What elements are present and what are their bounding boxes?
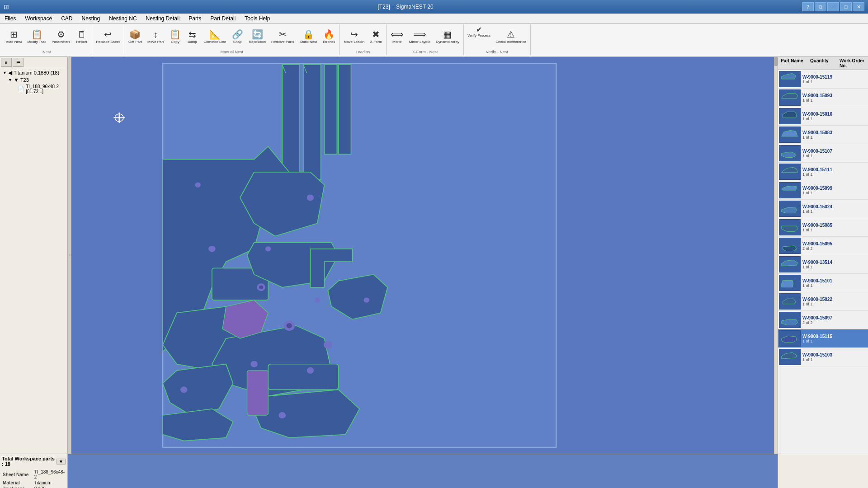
- part-list-item[interactable]: W-9000-150221 of 1: [778, 292, 868, 311]
- bottom-canvas[interactable]: [68, 454, 778, 488]
- part-list-item[interactable]: W-9000-151011 of 1: [778, 274, 868, 292]
- replace-sheet-btn[interactable]: ↩Replace Sheet: [94, 25, 122, 49]
- mirror-layout-btn[interactable]: ⟹Mirror Layout: [407, 25, 433, 49]
- auto-nest-btn[interactable]: ⊞Auto Nest: [4, 25, 24, 49]
- reposition-btn[interactable]: 🔄Reposition: [246, 25, 268, 49]
- maximize-btn[interactable]: □: [840, 2, 852, 11]
- menu-item-nesting-detail[interactable]: Nesting Detail: [142, 14, 184, 23]
- part-list-item[interactable]: W-9000-151191 of 1: [778, 70, 868, 89]
- property-row: Sheet NameTI_188_96x48-2: [3, 469, 65, 479]
- menu-item-workspace[interactable]: Workspace: [20, 14, 57, 23]
- menu-item-files[interactable]: Files: [0, 14, 20, 23]
- tree-item-icon: 📄: [18, 86, 24, 92]
- menu-item-cad[interactable]: CAD: [57, 14, 77, 23]
- toolbar-group-x-form---nest: ⟺Mirror⟹Mirror Layout▦Dynamic ArrayX-For…: [387, 24, 464, 55]
- left-divider[interactable]: ⋮: [68, 57, 71, 454]
- bottom-right-panel: [778, 454, 868, 488]
- menu-item-parts[interactable]: Parts: [184, 14, 206, 23]
- part-list-item[interactable]: W-9000-151151 of 1: [778, 329, 868, 348]
- parts-list[interactable]: W-9000-151191 of 1W-9000-150931 of 1W-90…: [778, 70, 868, 454]
- titlebar: ⊞ [T23] – SigmaNEST 20 ? ⧉ ─ □ ✕: [0, 0, 868, 14]
- help-btn[interactable]: ?: [802, 2, 814, 11]
- canvas-scrollbar-v[interactable]: [774, 57, 778, 454]
- panel-toggle-btn-2[interactable]: ☰: [13, 58, 24, 67]
- part-list-item[interactable]: W-9000-150931 of 1: [778, 89, 868, 107]
- remove-parts-btn[interactable]: ✂Remove Parts: [269, 25, 297, 49]
- tree-area[interactable]: ▼◀Titanium 0.1880 (18)▼▼T23📄TI_188_96x48…: [0, 68, 67, 454]
- part-list-item[interactable]: W-9000-150991 of 1: [778, 181, 868, 200]
- expand-workspace-btn[interactable]: ▼: [57, 459, 66, 465]
- part-quantity: 1 of 1: [802, 265, 867, 269]
- part-list-item[interactable]: W-9000-150972 of 2: [778, 311, 868, 329]
- restore-small-btn[interactable]: ⧉: [815, 2, 826, 11]
- part-list-item[interactable]: W-9000-151111 of 1: [778, 163, 868, 181]
- tree-item[interactable]: ▼◀Titanium 0.1880 (18): [1, 69, 66, 76]
- x-form-icon: ✖: [372, 30, 380, 39]
- part-name: W-9000-15103: [802, 352, 867, 357]
- close-btn[interactable]: ✕: [853, 2, 864, 11]
- svg-point-21: [259, 286, 263, 289]
- move-part-icon: ↕: [153, 30, 158, 39]
- part-list-item[interactable]: W-9000-150952 of 2: [778, 237, 868, 255]
- report-btn[interactable]: 🗒Report: [74, 25, 90, 49]
- move-part-btn[interactable]: ↕Move Part: [145, 25, 166, 49]
- dynamic-array-btn[interactable]: ▦Dynamic Array: [434, 25, 462, 49]
- titlebar-title: [T23] – SigmaNEST 20: [9, 4, 802, 10]
- menu-item-nesting-nc[interactable]: Nesting NC: [104, 14, 141, 23]
- part-quantity: 1 of 1: [802, 228, 867, 232]
- part-quantity: 2 of 2: [802, 246, 867, 251]
- parameters-btn[interactable]: ⚙Parameters: [49, 25, 72, 49]
- left-panel: ≡ ☰ ▼◀Titanium 0.1880 (18)▼▼T23📄TI_188_9…: [0, 57, 68, 454]
- check-interference-btn[interactable]: ⚠Check Interference: [493, 25, 528, 49]
- properties-table: Sheet NameTI_188_96x48-2MaterialTitanium…: [2, 469, 66, 488]
- verify-process-btn[interactable]: ✔Verify Process: [466, 25, 492, 39]
- part-list-item[interactable]: W-9000-151031 of 1: [778, 348, 868, 366]
- part-list-item[interactable]: W-9000-150161 of 1: [778, 107, 868, 126]
- dynamic-array-icon: ▦: [443, 30, 452, 39]
- tree-item[interactable]: 📄TI_188_96x48-2 [81.72...]: [1, 84, 66, 94]
- part-list-item[interactable]: W-9000-150851 of 1: [778, 218, 868, 237]
- snap-btn[interactable]: 🔗Snap: [229, 25, 245, 49]
- remove-parts-icon: ✂: [279, 30, 287, 39]
- move-leadin-btn[interactable]: ↪Move Leadin: [341, 25, 367, 49]
- mirror-layout-icon: ⟹: [413, 30, 426, 39]
- canvas-area[interactable]: [71, 57, 774, 454]
- part-name: W-9000-15101: [802, 278, 867, 283]
- menu-item-tools-help[interactable]: Tools Help: [240, 14, 274, 23]
- part-name: W-9000-15093: [802, 93, 867, 98]
- part-quantity: 1 of 1: [802, 302, 867, 306]
- modify-task-btn[interactable]: 📋Modify Task: [25, 25, 48, 49]
- part-quantity: 1 of 1: [802, 117, 867, 121]
- common-line-btn[interactable]: 📐Common Line: [201, 25, 228, 49]
- part-list-item[interactable]: W-9000-150241 of 1: [778, 200, 868, 218]
- property-row: Thickness0.188: [3, 486, 65, 488]
- menu-item-part-detail[interactable]: Part Detail: [206, 14, 240, 23]
- part-list-item[interactable]: W-9000-150831 of 1: [778, 126, 868, 144]
- left-panel-toolbar: ≡ ☰: [0, 57, 67, 68]
- torches-btn[interactable]: 🔥Torches: [320, 25, 337, 49]
- bump-label: Bump: [188, 40, 197, 44]
- property-key: Material: [3, 480, 33, 485]
- part-list-item[interactable]: W-9000-151071 of 1: [778, 144, 868, 163]
- copy-btn[interactable]: 📋Copy: [167, 25, 183, 49]
- minimize-btn[interactable]: ─: [827, 2, 839, 11]
- panel-toggle-btn-1[interactable]: ≡: [1, 58, 12, 67]
- part-thumbnail: [779, 89, 801, 106]
- x-form-btn[interactable]: ✖X-Form: [368, 25, 384, 49]
- reposition-icon: 🔄: [252, 30, 263, 39]
- report-icon: 🗒: [77, 30, 86, 39]
- move-leadin-icon: ↪: [350, 30, 358, 39]
- get-part-btn[interactable]: 📦Get Part: [126, 25, 144, 49]
- mirror-layout-label: Mirror Layout: [409, 40, 430, 44]
- part-thumbnail: [779, 145, 801, 161]
- tree-item[interactable]: ▼▼T23: [1, 76, 66, 84]
- mirror-btn[interactable]: ⟺Mirror: [388, 25, 406, 49]
- x-form-label: X-Form: [370, 40, 382, 44]
- static-nest-label: Static Nest: [300, 40, 317, 44]
- part-quantity: 1 of 1: [802, 80, 867, 84]
- part-list-item[interactable]: W-9000-135141 of 1: [778, 255, 868, 274]
- menu-item-nesting[interactable]: Nesting: [77, 14, 105, 23]
- bump-btn[interactable]: ⇆Bump: [184, 25, 200, 49]
- static-nest-btn[interactable]: 🔒Static Nest: [297, 25, 320, 49]
- bump-icon: ⇆: [189, 30, 196, 39]
